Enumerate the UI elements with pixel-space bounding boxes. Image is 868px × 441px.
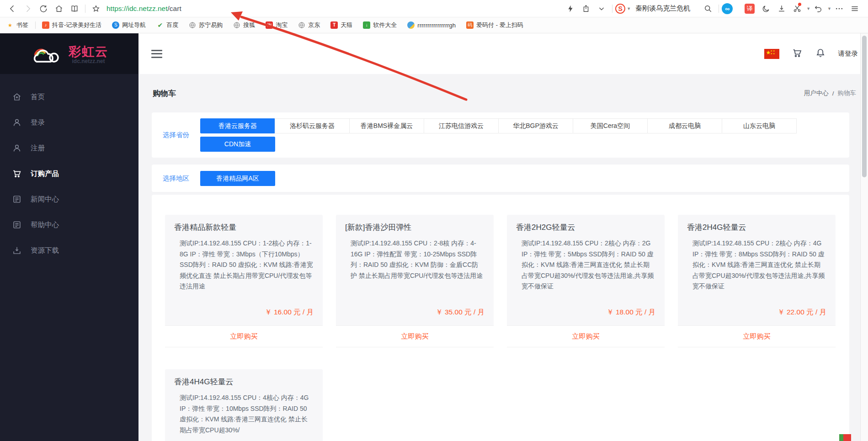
buy-now-button[interactable]: 立即购买	[336, 325, 494, 347]
product-title: 香港2H4G轻量云	[687, 222, 826, 233]
chevron-down-icon[interactable]	[594, 2, 609, 16]
tab-province-cdn[interactable]: CDN加速	[200, 137, 275, 152]
software-icon: ↓	[363, 21, 370, 29]
search-icon[interactable]	[700, 2, 716, 16]
download-icon[interactable]	[774, 2, 789, 16]
bookmark-item[interactable]: ↓软件大全	[363, 21, 397, 29]
collapse-menu-icon[interactable]	[151, 50, 162, 58]
buy-now-label: 立即购买	[572, 332, 600, 341]
undo-icon[interactable]	[810, 2, 826, 16]
product-title: 香港精品新款轻量	[174, 222, 314, 233]
bookmark-item[interactable]: ★书签	[6, 21, 28, 29]
toolbar-divider	[719, 5, 719, 13]
bookmark-star-icon[interactable]	[88, 2, 104, 16]
bookmark-item[interactable]: 码爱码付 - 爱上扫码	[466, 21, 523, 29]
product-desc: 测试IP:14.192.48.155 CPU：1-2核心 内存：1-8G IP：…	[180, 238, 314, 292]
floating-widget[interactable]	[839, 434, 851, 441]
bookmark-item[interactable]: ♪抖音-记录美好生活	[42, 21, 101, 29]
product-desc: 测试IP:14.192.48.155 CPU：2核心 内存：4G IP：弹性 带…	[692, 238, 826, 292]
bookmark-label: 抖音-记录美好生活	[52, 21, 101, 29]
scrollbar-thumb[interactable]	[862, 36, 867, 177]
refresh-icon[interactable]	[36, 2, 51, 16]
rainbow-cloud-icon	[30, 43, 63, 64]
notification-bell-icon[interactable]	[815, 48, 826, 60]
buy-now-button[interactable]: 立即购买	[678, 325, 836, 347]
product-card: 香港2H4G轻量云 测试IP:14.192.48.155 CPU：2核心 内存：…	[678, 215, 836, 347]
bookmark-item[interactable]: 京东	[298, 21, 320, 29]
sogou-engine-icon[interactable]: S	[615, 4, 625, 14]
bookmark-item[interactable]: T天猫	[330, 21, 352, 29]
sidebar-item-login[interactable]: 登录	[0, 110, 138, 135]
screenshot-scissors-icon[interactable]	[789, 2, 805, 16]
sidebar-item-register[interactable]: 注册	[0, 135, 138, 161]
page-scrollbar[interactable]	[860, 33, 868, 441]
reading-list-icon[interactable]	[67, 2, 82, 16]
translate-icon[interactable]: 译	[745, 4, 755, 14]
night-mode-icon[interactable]	[758, 2, 774, 16]
logo-text: 彩虹云	[69, 43, 108, 60]
address-bar[interactable]: https://idc.netzz.net/cart	[107, 5, 563, 13]
home-icon[interactable]	[51, 2, 67, 16]
forward-icon[interactable]	[20, 2, 36, 16]
collect-icon[interactable]: ∞	[722, 3, 733, 14]
product-card: 香港精品新款轻量 测试IP:14.192.48.155 CPU：1-2核心 内存…	[165, 215, 323, 347]
home-icon	[12, 92, 22, 102]
buy-now-button[interactable]: 立即购买	[507, 325, 665, 347]
menu-icon[interactable]	[847, 2, 863, 16]
more-icon[interactable]	[831, 2, 847, 16]
tab-province[interactable]: 香港BMS裸金属云	[349, 118, 424, 133]
search-keyword[interactable]: 秦刚谈乌克兰危机	[635, 4, 690, 13]
language-flag-cn[interactable]: ★★★★★	[764, 49, 779, 59]
breadcrumb: 用户中心 / 购物车	[804, 89, 856, 97]
header-cart-icon[interactable]	[792, 48, 803, 60]
product-card: 香港4H4G轻量云 测试IP:14.192.48.155 CPU：4核心 内存：…	[165, 369, 323, 441]
sidebar-item-news[interactable]: 新闻中心	[0, 186, 138, 212]
buy-now-button[interactable]: 立即购买	[165, 325, 323, 347]
sidebar-item-home[interactable]: 首页	[0, 84, 138, 110]
sidebar-item-order-products[interactable]: 订购产品	[0, 161, 138, 186]
scissors-caret-icon[interactable]: ▼	[806, 6, 810, 11]
site-logo[interactable]: 彩虹云 idc.netzz.net	[0, 33, 138, 74]
qrpay-icon: 码	[466, 21, 474, 29]
floating-widget-green	[839, 434, 843, 441]
share-icon[interactable]	[578, 2, 594, 16]
login-link[interactable]: 请登录	[838, 49, 858, 58]
product-title: [新款]香港沙田弹性	[345, 222, 485, 233]
taobao-icon: 淘	[266, 21, 273, 29]
back-icon[interactable]	[5, 2, 20, 16]
bookmark-item[interactable]: 苏宁易购	[189, 21, 223, 29]
bookmark-item[interactable]: S网址导航	[112, 21, 146, 29]
buy-now-label: 立即购买	[401, 332, 429, 341]
globe-icon	[298, 21, 305, 29]
bookmark-item[interactable]: ✔百度	[156, 21, 178, 29]
tab-province[interactable]: 香港云服务器	[200, 118, 275, 133]
bookmark-label: 天猫	[341, 21, 352, 29]
region-label: 选择地区	[152, 174, 200, 183]
sidebar-item-downloads[interactable]: 资源下载	[0, 238, 138, 263]
tab-region[interactable]: 香港精品网A区	[200, 171, 275, 186]
sidebar-item-label: 首页	[31, 92, 45, 102]
tab-province[interactable]: 山东云电脑	[722, 118, 797, 133]
bookmark-item[interactable]: 淘淘宝	[266, 21, 288, 29]
breadcrumb-parent[interactable]: 用户中心	[804, 89, 829, 97]
engine-caret-icon[interactable]: ▼	[627, 6, 631, 11]
region-panel: 选择地区 香港精品网A区	[152, 165, 849, 192]
product-price: ￥ 35.00 元 / 月	[436, 308, 485, 317]
star-icon: ★	[6, 21, 14, 29]
tab-province[interactable]: 江苏电信游戏云	[424, 118, 499, 133]
tab-province[interactable]: 华北BGP游戏云	[498, 118, 573, 133]
toolbar-divider	[612, 5, 612, 13]
user-icon	[12, 143, 22, 153]
lightning-icon[interactable]	[563, 2, 578, 16]
tab-province[interactable]: 洛杉矶云服务器	[275, 118, 350, 133]
bookmark-item[interactable]: rrrrrrrrrrrrrrrrgh	[407, 21, 456, 29]
douyin-icon: ♪	[42, 21, 49, 29]
undo-caret-icon[interactable]: ▼	[827, 6, 831, 11]
sidebar-item-help[interactable]: 帮助中心	[0, 212, 138, 238]
product-card: [新款]香港沙田弹性 测试IP:14.192.48.155 CPU：2-8核 内…	[336, 215, 494, 347]
tab-province[interactable]: 成都云电脑	[647, 118, 722, 133]
bookmark-item[interactable]: 搜狐	[233, 21, 255, 29]
bookmark-label: 网址导航	[122, 21, 146, 29]
tab-province[interactable]: 美国Cera空间	[573, 118, 648, 133]
tmall-icon: T	[330, 21, 338, 29]
